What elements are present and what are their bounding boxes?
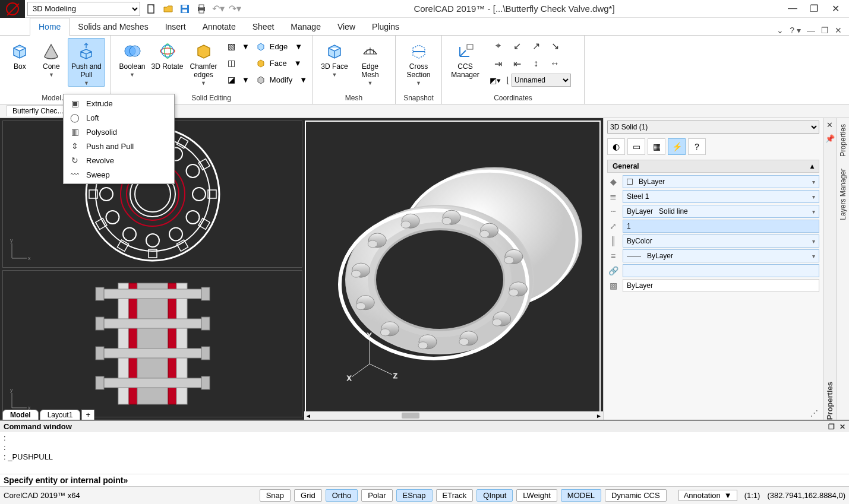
panel-pin-icon[interactable]: 📌	[825, 134, 835, 143]
layout1-tab[interactable]: Layout1	[40, 410, 81, 420]
toggle-grid[interactable]: Grid	[294, 489, 322, 502]
maximize-icon[interactable]: ❐	[809, 3, 819, 14]
props-tool-1[interactable]: ◐	[607, 138, 625, 155]
toggle-etrack[interactable]: ETrack	[436, 489, 474, 502]
help-icon[interactable]: ? ▾	[790, 26, 801, 35]
ccs-y-icon[interactable]: ⇤	[509, 56, 525, 71]
color-field[interactable]: ByLayer▾	[623, 175, 819, 188]
redo-icon[interactable]: ↷▾	[228, 2, 241, 15]
toggle-model[interactable]: MODEL	[561, 489, 601, 502]
cmd-history[interactable]: : : : _PUSHPULL	[0, 432, 849, 474]
cmd-prompt[interactable]: Specify entity or internal point»	[0, 474, 849, 486]
edgemesh-button[interactable]: Edge Mesh▼	[353, 38, 387, 87]
scroll-right-icon[interactable]: ►	[595, 413, 603, 419]
tab-solids[interactable]: Solids and Meshes	[70, 18, 156, 35]
dropdown-loft[interactable]: ◯Loft	[64, 110, 174, 125]
separate-button[interactable]: ▧▼	[226, 39, 250, 53]
save-icon[interactable]	[178, 2, 191, 15]
selection-filter-select[interactable]: 3D Solid (1)	[607, 121, 819, 134]
undo-icon[interactable]: ↶▾	[212, 2, 225, 15]
hyperlink-field[interactable]	[623, 264, 819, 277]
scroll-left-icon[interactable]: ◄	[304, 413, 313, 419]
toggle-qinput[interactable]: QInput	[476, 489, 513, 502]
ccs-3pt-icon[interactable]: ↔	[547, 56, 563, 71]
panel-resize-icon[interactable]: ⋰	[604, 406, 823, 420]
workspace-select[interactable]: 3D Modeling	[27, 2, 140, 16]
tab-annotate[interactable]: Annotate	[194, 18, 244, 35]
model-tab[interactable]: Model	[2, 410, 39, 420]
toggle-esnap[interactable]: ESnap	[396, 489, 433, 502]
toggle-lweight[interactable]: LWeight	[516, 489, 557, 502]
new-icon[interactable]	[145, 2, 158, 15]
doc-close-icon[interactable]: ✕	[835, 26, 842, 35]
ccs-view-icon[interactable]: ↕	[528, 56, 544, 71]
dropdown-sweep[interactable]: 〰Sweep	[64, 167, 174, 182]
general-section-header[interactable]: General▴	[607, 160, 819, 173]
ccs-prev-icon[interactable]: ↘	[547, 38, 563, 53]
pushpull-button[interactable]: Push and Pull▼	[68, 38, 105, 87]
ribbon-options-icon[interactable]: ⌄	[777, 26, 784, 35]
dropdown-revolve[interactable]: ↻Revolve	[64, 153, 174, 167]
toggle-dynamic ccs[interactable]: Dynamic CCS	[605, 489, 667, 502]
props-tool-2[interactable]: ▭	[627, 138, 645, 155]
toggle-snap[interactable]: Snap	[260, 489, 291, 502]
props-tool-quick[interactable]: ⚡	[668, 138, 686, 155]
tab-plugins[interactable]: Plugins	[364, 18, 408, 35]
3dface-button[interactable]: 3D Face▼	[317, 38, 352, 78]
dropdown-extrude[interactable]: ▣Extrude	[64, 96, 174, 110]
material-field[interactable]: ByLayer	[623, 279, 819, 292]
open-icon[interactable]	[162, 2, 175, 15]
horizontal-scrollbar[interactable]: ◄ ►	[304, 411, 603, 420]
viewport-iso[interactable]: YZX	[305, 121, 601, 417]
cross-section-button[interactable]: Cross Section▼	[400, 38, 437, 87]
edge-button[interactable]: Edge▼	[255, 39, 307, 53]
doc-minimize-icon[interactable]: —	[807, 26, 815, 35]
right-tab-layers[interactable]: Layers Manager	[838, 163, 848, 226]
annotation-scale-combo[interactable]: Annotation▼	[678, 490, 737, 501]
doc-restore-icon[interactable]: ❐	[821, 26, 829, 35]
app-logo[interactable]	[0, 0, 25, 18]
layer-field[interactable]: Steel 1▾	[623, 190, 819, 203]
viewport-front[interactable]: yx	[2, 270, 302, 417]
dropdown-pushpull[interactable]: ⇕Push and Pull	[64, 139, 174, 153]
scroll-thumb[interactable]	[402, 413, 419, 419]
rotate3d-button[interactable]: 3D Rotate	[150, 38, 184, 71]
modify-button[interactable]: Modify▼	[255, 72, 307, 87]
linescale-field[interactable]: 1	[623, 220, 819, 233]
boolean-button[interactable]: Boolean▼	[115, 38, 149, 78]
cone-button[interactable]: Cone▼	[36, 38, 67, 78]
ccs-manager-button[interactable]: CCS Manager	[447, 38, 484, 80]
props-tool-3[interactable]: ▦	[648, 138, 665, 155]
shell-button[interactable]: ◫	[226, 56, 250, 70]
tab-home[interactable]: Home	[30, 18, 70, 36]
dropdown-polysolid[interactable]: ▥Polysolid	[64, 125, 174, 139]
props-help-button[interactable]: ?	[688, 138, 706, 155]
tab-manage[interactable]: Manage	[282, 18, 329, 35]
add-layout-button[interactable]: +	[81, 410, 94, 420]
close-icon[interactable]: ✕	[830, 3, 841, 14]
plotstyle-field[interactable]: ByColor▾	[623, 234, 819, 248]
cmd-float-icon[interactable]: ❐	[828, 423, 835, 431]
ccs-x-icon[interactable]: ⇥	[490, 56, 506, 71]
toggle-ortho[interactable]: Ortho	[326, 489, 358, 502]
panel-close-icon[interactable]: ✕	[826, 121, 833, 129]
ccs-z-icon[interactable]: ↗	[528, 38, 544, 53]
ccs-origin-icon[interactable]: ↙	[509, 38, 525, 53]
tab-insert[interactable]: Insert	[157, 18, 194, 35]
chamfer-button[interactable]: Chamfer edges▼	[185, 38, 222, 87]
minimize-icon[interactable]: —	[787, 3, 798, 14]
ccs-world-icon[interactable]: ⌖	[490, 38, 506, 53]
document-tab[interactable]: Butterfly Chec…	[6, 105, 71, 116]
print-icon[interactable]	[195, 2, 208, 15]
ccs-face-icon[interactable]: ◩▾	[490, 76, 504, 85]
linetype-field[interactable]: ByLayerSolid line▾	[623, 205, 819, 218]
lineweight-field[interactable]: ByLayer▾	[623, 249, 819, 262]
right-tab-properties[interactable]: Properties	[838, 118, 848, 163]
tab-sheet[interactable]: Sheet	[244, 18, 283, 35]
cmd-close-icon[interactable]: ✕	[839, 423, 845, 431]
imprint-button[interactable]: ◪▼	[226, 72, 250, 87]
toggle-polar[interactable]: Polar	[361, 489, 392, 502]
box-button[interactable]: Box	[5, 38, 35, 71]
face-button[interactable]: Face▼	[255, 56, 307, 70]
tab-view[interactable]: View	[329, 18, 364, 35]
